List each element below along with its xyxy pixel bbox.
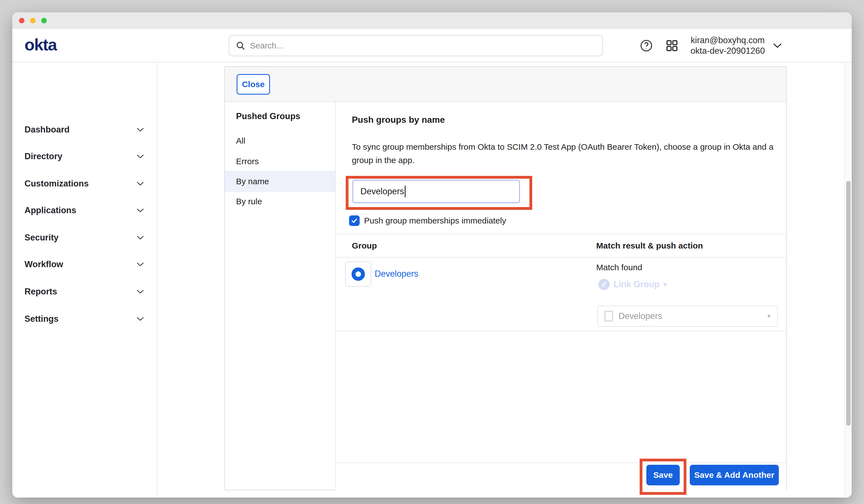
pushed-groups-nav: Pushed Groups All Errors By name By rule [225, 102, 336, 490]
link-group-button[interactable]: Link Group ▾ [598, 279, 667, 290]
window-minimize-button[interactable] [30, 18, 36, 23]
divider [336, 331, 786, 331]
chevron-down-icon [136, 235, 144, 240]
target-group-select[interactable]: Developers ▾ [597, 305, 778, 327]
push-groups-panel: Close Pushed Groups All Errors By name B… [224, 66, 787, 490]
push-immediately-checkbox[interactable] [349, 215, 360, 226]
sidebar-nav: Dashboard Directory Customizations Appli… [12, 62, 158, 497]
global-search[interactable] [229, 35, 603, 56]
link-icon [598, 279, 610, 290]
text-cursor [405, 185, 406, 197]
account-menu[interactable]: kiran@boxyhq.com okta-dev-20901260 [691, 35, 782, 56]
sidebar-item-settings[interactable]: Settings [12, 313, 157, 325]
target-group-value: Developers [619, 311, 762, 321]
nav-item-all[interactable]: All [225, 135, 335, 147]
group-name-input[interactable]: Developers [352, 180, 520, 203]
sidebar-item-applications[interactable]: Applications [12, 204, 157, 217]
help-icon[interactable] [639, 39, 653, 52]
link-group-label: Link Group [613, 279, 659, 289]
nav-item-by-rule[interactable]: By rule [225, 195, 335, 208]
group-link[interactable]: Developers [375, 269, 418, 279]
nav-item-errors[interactable]: Errors [225, 155, 335, 168]
scrollbar-track[interactable] [844, 62, 852, 497]
match-status: Match found [596, 263, 642, 272]
sidebar-item-security[interactable]: Security [12, 231, 157, 244]
pushed-groups-title: Pushed Groups [236, 110, 300, 122]
group-avatar-icon [351, 267, 365, 281]
close-button[interactable]: Close [237, 74, 270, 95]
apps-grid-icon[interactable] [665, 39, 679, 52]
divider [336, 234, 786, 234]
app-header: okta [12, 29, 852, 62]
chevron-down-icon [773, 43, 782, 49]
chevron-down-icon [136, 316, 144, 322]
group-avatar [345, 262, 371, 287]
check-icon [351, 217, 358, 224]
window-close-button[interactable] [19, 18, 24, 23]
divider [336, 257, 786, 258]
account-org: okta-dev-20901260 [691, 46, 765, 56]
save-button[interactable]: Save [646, 465, 680, 485]
chevron-down-icon [136, 208, 144, 213]
push-immediately-label: Push group memberships immediately [364, 216, 506, 225]
search-icon [236, 41, 245, 51]
sidebar-item-directory[interactable]: Directory [12, 150, 157, 163]
scrollbar-thumb[interactable] [846, 181, 851, 426]
group-placeholder-icon [604, 311, 613, 322]
okta-logo[interactable]: okta [24, 35, 57, 54]
chevron-down-icon [136, 289, 144, 294]
column-header-match: Match result & push action [596, 241, 703, 251]
chevron-down-icon [136, 154, 144, 159]
caret-down-icon: ▾ [663, 280, 667, 288]
page-title: Push groups by name [352, 115, 445, 125]
nav-item-by-name[interactable]: By name [225, 175, 335, 188]
sidebar-item-customizations[interactable]: Customizations [12, 178, 157, 190]
window-zoom-button[interactable] [41, 18, 47, 23]
column-header-group: Group [352, 241, 377, 251]
window-titlebar [12, 12, 852, 29]
chevron-down-icon [136, 127, 144, 132]
save-add-another-button[interactable]: Save & Add Another [690, 465, 779, 485]
search-input[interactable] [250, 41, 596, 50]
chevron-down-icon [136, 262, 144, 267]
group-name-value: Developers [360, 187, 404, 196]
sidebar-item-workflow[interactable]: Workflow [12, 258, 157, 271]
sidebar-item-dashboard[interactable]: Dashboard [12, 123, 157, 136]
caret-down-icon: ▾ [767, 313, 770, 320]
browser-window: okta [12, 12, 852, 497]
chevron-down-icon [136, 181, 144, 186]
description-text: To sync group memberships from Okta to S… [352, 140, 775, 167]
sidebar-item-reports[interactable]: Reports [12, 286, 157, 298]
account-email: kiran@boxyhq.com [691, 35, 765, 46]
panel-toolbar: Close [225, 67, 786, 102]
